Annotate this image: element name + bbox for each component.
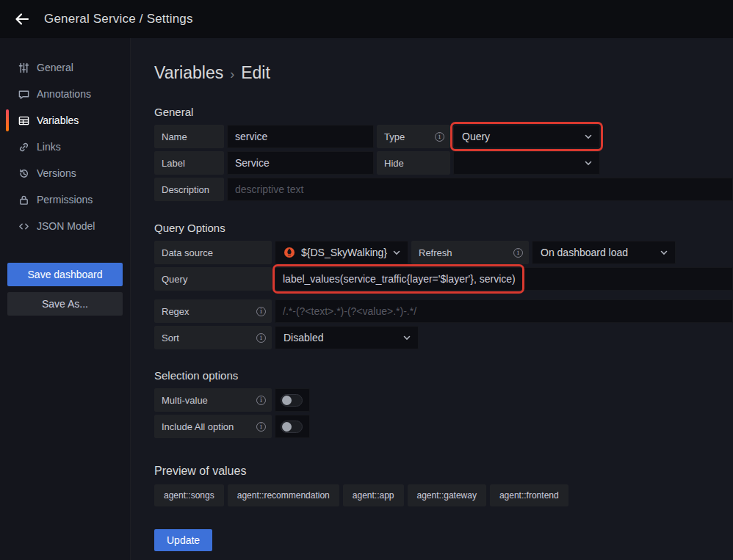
preview-value-chip: agent::frontend [490, 484, 568, 506]
form-row-multi-value: Multi-value i [154, 388, 733, 412]
sidebar-item-links[interactable]: Links [0, 134, 130, 160]
sort-select[interactable]: Disabled [275, 326, 419, 349]
sidebar-item-permissions[interactable]: Permissions [0, 186, 130, 213]
type-label: Type i [377, 125, 450, 148]
sidebar-item-json-model[interactable]: JSON Model [0, 213, 130, 239]
history-icon [18, 167, 29, 179]
data-source-value: ${DS_SkyWalking} [301, 247, 387, 258]
sidebar-item-label: Links [37, 141, 61, 153]
query-input[interactable] [275, 267, 733, 291]
save-dashboard-button[interactable]: Save dashboard [7, 263, 123, 286]
chevron-down-icon [660, 248, 668, 257]
name-label: Name [154, 125, 224, 148]
sidebar-item-general[interactable]: General [0, 54, 130, 81]
chevron-down-icon [584, 132, 593, 141]
chevron-down-icon [402, 333, 411, 342]
refresh-select[interactable]: On dashboard load [532, 241, 676, 264]
settings-sidebar: General Annotations Variables Links [0, 38, 131, 560]
preview-value-chip: agent::gateway [408, 484, 486, 506]
form-row-label-hide: Label Hide [154, 151, 733, 175]
type-select[interactable]: Query [453, 125, 600, 148]
back-arrow-button[interactable] [10, 7, 34, 31]
query-label: Query [154, 267, 272, 291]
label-input[interactable] [227, 151, 374, 175]
description-label: Description [154, 178, 224, 201]
toggle-track [281, 394, 303, 407]
sliders-icon [18, 62, 29, 73]
include-all-toggle[interactable] [275, 415, 310, 438]
form-row-description: Description [154, 178, 733, 201]
sort-label: Sort i [154, 326, 272, 349]
page-title: General Service / Settings [44, 12, 193, 26]
info-icon[interactable]: i [256, 333, 266, 343]
info-icon[interactable]: i [513, 248, 523, 258]
form-row-name-type: Name Type i Query [154, 125, 733, 148]
breadcrumb-edit: Edit [241, 63, 270, 83]
info-icon[interactable]: i [256, 422, 266, 432]
data-source-select[interactable]: ${DS_SkyWalking} [275, 241, 408, 264]
toggle-knob [282, 396, 292, 405]
save-as-button[interactable]: Save As... [7, 292, 123, 316]
data-source-label: Data source [154, 241, 272, 264]
info-icon[interactable]: i [435, 132, 444, 142]
multi-value-toggle[interactable] [275, 388, 310, 412]
chevron-down-icon [392, 248, 401, 257]
refresh-label: Refresh i [411, 241, 529, 264]
regex-label: Regex i [154, 299, 272, 323]
sidebar-item-label: General [37, 62, 73, 73]
sort-select-value: Disabled [284, 332, 323, 343]
hide-select[interactable] [453, 151, 600, 175]
sidebar-item-versions[interactable]: Versions [0, 160, 130, 186]
top-header-bar: General Service / Settings [0, 0, 733, 38]
query-options-section-title: Query Options [154, 222, 733, 234]
info-icon[interactable]: i [256, 396, 266, 405]
toggle-knob [282, 422, 292, 432]
preview-value-chip: agent::recommendation [228, 484, 339, 506]
table-grid-icon [18, 114, 29, 126]
description-input[interactable] [227, 178, 733, 201]
preview-section-title: Preview of values [154, 465, 733, 478]
arrow-left-icon [14, 11, 30, 27]
type-select-value: Query [462, 131, 490, 142]
breadcrumb: Variables › Edit [154, 63, 733, 83]
form-row-regex: Regex i [154, 299, 733, 323]
toggle-track [281, 421, 303, 433]
info-icon[interactable]: i [256, 307, 266, 316]
form-row-sort: Sort i Disabled [154, 326, 733, 349]
form-row-include-all: Include All option i [154, 415, 733, 438]
regex-input[interactable] [275, 299, 733, 323]
label-label: Label [154, 151, 224, 175]
refresh-select-value: On dashboard load [541, 247, 628, 258]
multi-value-label: Multi-value i [154, 388, 272, 412]
general-section-title: General [154, 106, 733, 118]
preview-values-list: agent::songs agent::recommendation agent… [154, 484, 733, 506]
sidebar-item-annotations[interactable]: Annotations [0, 81, 130, 107]
name-input[interactable] [227, 125, 374, 148]
include-all-label: Include All option i [154, 415, 272, 438]
variables-edit-panel: Variables › Edit General Name Type i Que… [131, 38, 733, 560]
breadcrumb-separator: › [230, 67, 234, 82]
code-brackets-icon [18, 220, 29, 232]
selection-options-section-title: Selection options [154, 369, 733, 382]
sidebar-item-label: Versions [37, 167, 76, 179]
hide-label: Hide [377, 151, 450, 175]
sidebar-item-label: JSON Model [37, 220, 95, 232]
form-row-datasource-refresh: Data source ${DS_SkyWalking} Refresh i O… [154, 241, 733, 264]
preview-value-chip: agent::songs [154, 484, 224, 506]
form-row-query: Query [154, 267, 733, 291]
sidebar-item-variables[interactable]: Variables [0, 107, 130, 134]
update-button[interactable]: Update [154, 529, 212, 551]
comment-icon [18, 88, 29, 100]
preview-value-chip: agent::app [343, 484, 404, 506]
sidebar-actions: Save dashboard Save As... [0, 263, 130, 316]
sidebar-item-label: Variables [37, 114, 79, 126]
sidebar-item-label: Annotations [37, 88, 91, 100]
sidebar-item-label: Permissions [37, 194, 93, 206]
breadcrumb-variables[interactable]: Variables [154, 63, 223, 83]
link-icon [18, 141, 29, 153]
chevron-down-icon [584, 159, 593, 167]
lock-icon [18, 194, 29, 206]
prometheus-flame-icon [284, 247, 295, 258]
